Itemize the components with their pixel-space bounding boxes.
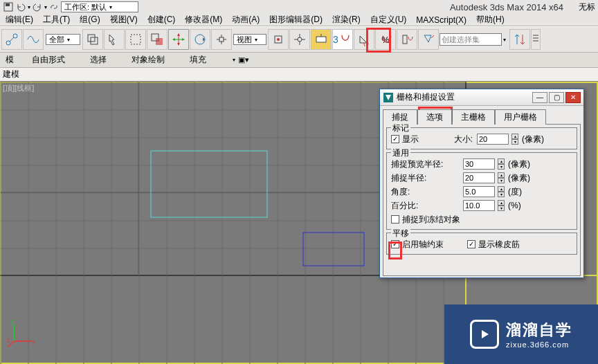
ribbon-fill[interactable]: 填充 <box>177 53 219 68</box>
select-region-button[interactable] <box>125 29 146 50</box>
svg-rect-32 <box>403 35 407 44</box>
checkbox-show[interactable] <box>391 135 399 143</box>
app-title: Autodesk 3ds Max 2014 x64 <box>450 2 563 12</box>
tab-maingrid[interactable]: 主栅格 <box>452 109 495 125</box>
close-button[interactable]: ✕ <box>565 92 581 103</box>
menu-modifier[interactable]: 修改器(M) <box>181 14 226 26</box>
svg-rect-9 <box>156 38 163 45</box>
svg-text:x: x <box>32 338 35 345</box>
link-icon[interactable] <box>48 1 60 12</box>
svg-point-24 <box>277 38 280 41</box>
unit-pixel: (像素) <box>522 134 544 145</box>
dropdown-icon[interactable]: ▾ <box>503 37 506 43</box>
checkbox-freeze[interactable] <box>391 215 399 224</box>
viewport-label[interactable]: [顶][线框] <box>3 83 34 93</box>
select-link-button[interactable] <box>1 29 22 50</box>
unlink-button[interactable] <box>23 29 44 50</box>
dropdown-icon[interactable]: ▾ <box>44 4 47 10</box>
spinner-size[interactable]: ▴▾ <box>511 134 518 145</box>
menu-graph[interactable]: 图形编辑器(D) <box>265 14 327 26</box>
unsaved-text: 无标 <box>579 1 595 13</box>
unit: (像素) <box>508 158 530 170</box>
input-percent[interactable]: 10.0 <box>463 200 495 211</box>
checkbox-rubber-band[interactable] <box>467 240 475 248</box>
dropdown-icon[interactable]: ▾ <box>28 4 30 10</box>
ribbon-collapse-icon[interactable]: ▣▾ <box>238 55 249 64</box>
menu-view[interactable]: 视图(V) <box>106 14 142 26</box>
main-toolbar: 全部▾ 视图▾ 3 % 创建选择集 ▾ <box>0 26 598 53</box>
spinner-snap-button[interactable] <box>397 29 417 50</box>
save-icon[interactable] <box>3 1 14 12</box>
svg-line-4 <box>10 37 14 42</box>
select-obj-button[interactable] <box>82 29 103 50</box>
input-angle[interactable]: 5.0 <box>463 186 495 197</box>
workspace-dropdown[interactable]: 工作区: 默认▾ <box>61 1 138 12</box>
logo-text-small: zixue.3d66.com <box>506 340 572 349</box>
tab-options[interactable]: 选项 <box>417 109 452 125</box>
snap-3d-button[interactable]: 3 <box>332 29 353 50</box>
scale-button[interactable] <box>211 29 232 50</box>
ribbon-subbar: 建模 <box>0 68 598 82</box>
menu-anim[interactable]: 动画(A) <box>228 14 264 26</box>
input-snap-radius[interactable]: 20 <box>463 172 495 183</box>
spinner[interactable]: ▴▾ <box>498 200 505 211</box>
checkbox-axis-constraint[interactable] <box>391 240 399 248</box>
group-legend: 标记 <box>391 122 410 134</box>
menu-help[interactable]: 帮助(H) <box>472 14 509 26</box>
window-crossing-button[interactable] <box>147 29 167 50</box>
align-button[interactable] <box>531 29 541 50</box>
svg-marker-14 <box>172 38 175 41</box>
percent-snap-button[interactable]: % <box>375 29 396 50</box>
menu-edit[interactable]: 编辑(E) <box>1 14 37 26</box>
ribbon-select[interactable]: 选择 <box>78 53 119 68</box>
svg-point-25 <box>298 37 302 42</box>
play-icon <box>470 320 499 349</box>
undo-icon[interactable] <box>15 1 26 12</box>
mirror-button[interactable] <box>509 29 530 50</box>
grid-snap-dialog: 栅格和捕捉设置 — ▢ ✕ 捕捉 选项 主栅格 用户栅格 标记 显示 大小: 2… <box>379 89 584 278</box>
select-name-button[interactable] <box>104 29 125 50</box>
filter-dropdown[interactable]: 全部▾ <box>46 34 80 45</box>
input-size[interactable]: 20 <box>477 134 509 145</box>
svg-marker-15 <box>182 38 185 41</box>
menu-script[interactable]: MAXScript(X) <box>412 15 471 25</box>
move-button[interactable] <box>168 29 189 50</box>
use-center-button[interactable] <box>268 29 289 50</box>
label-percent: 百分比: <box>391 200 460 212</box>
ref-coord-dropdown[interactable]: 视图▾ <box>233 34 266 45</box>
ribbon-mode[interactable]: 模 <box>0 53 19 68</box>
label-rubber-band: 显示橡皮筋 <box>478 239 520 251</box>
maximize-button[interactable]: ▢ <box>549 92 564 103</box>
svg-text:z: z <box>7 337 10 344</box>
angle-snap-button[interactable] <box>354 29 374 50</box>
ribbon-paint[interactable]: 对象绘制 <box>119 53 177 68</box>
redo-icon[interactable] <box>32 1 43 12</box>
spinner[interactable]: ▴▾ <box>498 186 505 197</box>
menu-create[interactable]: 创建(C) <box>143 14 180 26</box>
rotate-button[interactable] <box>190 29 210 50</box>
unit: (度) <box>508 186 522 198</box>
menu-tool[interactable]: 工具(T) <box>39 14 74 26</box>
dialog-titlebar[interactable]: 栅格和捕捉设置 — ▢ ✕ <box>380 89 583 106</box>
selection-set-dropdown[interactable]: 创建选择集 <box>440 33 502 46</box>
menu-custom[interactable]: 自定义(U) <box>366 14 411 26</box>
tab-usergrid[interactable]: 用户栅格 <box>495 109 546 125</box>
spinner[interactable]: ▴▾ <box>498 158 505 170</box>
manipulator-button[interactable] <box>289 29 310 50</box>
svg-rect-18 <box>219 37 224 42</box>
input-snap-preview[interactable]: 30 <box>463 158 495 170</box>
group-legend: 通用 <box>391 147 410 159</box>
spinner[interactable]: ▴▾ <box>498 172 505 183</box>
svg-rect-7 <box>131 35 141 44</box>
minimize-button[interactable]: — <box>532 92 547 103</box>
menu-render[interactable]: 渲染(R) <box>328 14 365 26</box>
named-sel-button[interactable] <box>418 29 439 50</box>
group-translate: 平移 启用轴约束 显示橡皮筋 <box>386 233 577 255</box>
logo-text-big: 溜溜自学 <box>506 320 572 340</box>
ribbon-freeform[interactable]: 自由形式 <box>19 53 78 68</box>
keyboard-shortcut-button[interactable] <box>311 29 332 50</box>
chevron-down-icon: ▾ <box>109 4 112 10</box>
menu-group[interactable]: 组(G) <box>75 14 104 26</box>
menu-bar: 编辑(E) 工具(T) 组(G) 视图(V) 创建(C) 修改器(M) 动画(A… <box>0 14 598 26</box>
chevron-down-icon[interactable]: ▾ <box>233 57 235 63</box>
